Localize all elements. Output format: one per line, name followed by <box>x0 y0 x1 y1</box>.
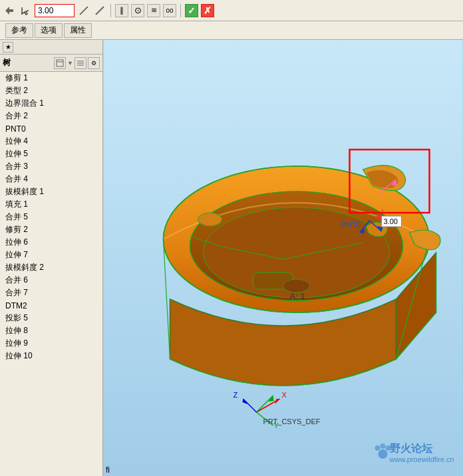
ref-button[interactable]: 参考 <box>5 23 33 38</box>
svg-marker-0 <box>5 7 13 15</box>
svg-text:野火论坛: 野火论坛 <box>390 443 433 454</box>
tree-item[interactable]: 拉伸 10 <box>0 350 102 362</box>
dimension-input[interactable]: 3.00 <box>35 4 75 17</box>
tree-label: 树 <box>3 57 53 68</box>
tree-item[interactable]: 合并 5 <box>0 211 102 223</box>
tree-item[interactable]: 类型 2 <box>0 84 102 97</box>
tree-item[interactable]: 拔模斜度 2 <box>0 261 102 274</box>
main-area: ★ 树 ▼ ⚙ 修剪 1 类型 2 边界混合 1 合并 2 PNT0 拉伸 4 <box>0 40 463 476</box>
tree-item[interactable]: 拉伸 8 <box>0 324 102 337</box>
svg-text:Z: Z <box>233 391 238 399</box>
sidebar-toolbar: 树 ▼ ⚙ <box>0 55 102 72</box>
confirm-button[interactable]: ✓ <box>185 4 198 17</box>
tree-item[interactable]: 拉伸 6 <box>0 236 102 249</box>
tree-item[interactable]: 合并 3 <box>0 160 102 173</box>
left-sidebar: ★ 树 ▼ ⚙ 修剪 1 类型 2 边界混合 1 合并 2 PNT0 拉伸 4 <box>0 40 103 476</box>
tree-item[interactable]: 修剪 1 <box>0 72 102 84</box>
svg-point-51 <box>379 449 388 459</box>
dropdown-arrow[interactable]: ▼ <box>67 60 73 66</box>
tree-item[interactable]: 合并 6 <box>0 274 102 287</box>
tree-item[interactable]: PNT0 <box>0 122 102 135</box>
tree-item[interactable]: 修剪 2 <box>0 223 102 236</box>
circle-btn[interactable]: ⊙ <box>131 4 144 17</box>
svg-text:PNT0: PNT0 <box>342 221 361 229</box>
tree-items: 修剪 1 类型 2 边界混合 1 合并 2 PNT0 拉伸 4 拉伸 5 合并 … <box>0 72 102 476</box>
diagonal-icon[interactable] <box>77 4 90 17</box>
arrow-icon[interactable] <box>3 4 16 17</box>
tool-icon[interactable] <box>54 57 66 69</box>
svg-line-1 <box>80 7 88 15</box>
top-toolbar: 3.00 ‖ ⊙ ≋ oo ✓ ✗ <box>0 0 463 21</box>
slash-icon[interactable] <box>93 4 106 17</box>
svg-point-54 <box>386 445 391 451</box>
svg-point-22 <box>198 213 222 226</box>
svg-point-52 <box>375 445 381 451</box>
oo-btn[interactable]: oo <box>163 4 176 17</box>
bottom-label: fi <box>106 465 110 475</box>
viewport[interactable]: A: 1 X Y Z PRT_CSYS_DEF PNT0 <box>103 40 463 476</box>
tree-item[interactable]: 拉伸 7 <box>0 249 102 261</box>
star-button[interactable]: ★ <box>3 42 13 53</box>
divider-2 <box>180 4 181 17</box>
tree-item[interactable]: 拔模斜度 1 <box>0 185 102 198</box>
divider-1 <box>110 4 111 17</box>
svg-text:3.00: 3.00 <box>384 217 398 225</box>
tree-item[interactable]: 合并 4 <box>0 173 102 185</box>
tree-item[interactable]: 合并 7 <box>0 287 102 299</box>
tree-item[interactable]: 拉伸 4 <box>0 135 102 148</box>
tree-item[interactable]: 填充 1 <box>0 198 102 211</box>
svg-rect-3 <box>57 60 63 66</box>
tree-item[interactable]: DTM2 <box>0 299 102 312</box>
svg-text:www.proewildfire.cn: www.proewildfire.cn <box>389 455 454 463</box>
svg-point-53 <box>381 443 386 449</box>
svg-text:PRT_CSYS_DEF: PRT_CSYS_DEF <box>263 417 321 425</box>
svg-text:X: X <box>282 391 287 399</box>
tree-item[interactable]: 投影 5 <box>0 312 102 324</box>
cancel-button[interactable]: ✗ <box>201 4 214 17</box>
pause-btn[interactable]: ‖ <box>115 4 128 17</box>
tree-item[interactable]: 拉伸 9 <box>0 337 102 350</box>
tree-item[interactable]: 拉伸 5 <box>0 148 102 160</box>
svg-line-2 <box>96 7 104 15</box>
secondary-toolbar: 参考 选项 属性 <box>0 21 463 40</box>
3d-model-svg: A: 1 X Y Z PRT_CSYS_DEF PNT0 <box>103 40 463 476</box>
cursor-icon[interactable] <box>19 4 32 17</box>
options-button[interactable]: 选项 <box>35 23 63 38</box>
list-icon[interactable] <box>75 57 86 69</box>
svg-point-24 <box>283 279 310 293</box>
svg-text:A: 1: A: 1 <box>290 291 305 301</box>
settings-icon[interactable]: ⚙ <box>88 57 100 69</box>
tree-item[interactable]: 合并 2 <box>0 110 102 122</box>
wave-btn[interactable]: ≋ <box>147 4 160 17</box>
properties-button[interactable]: 属性 <box>64 23 92 38</box>
tree-item[interactable]: 边界混合 1 <box>0 97 102 110</box>
